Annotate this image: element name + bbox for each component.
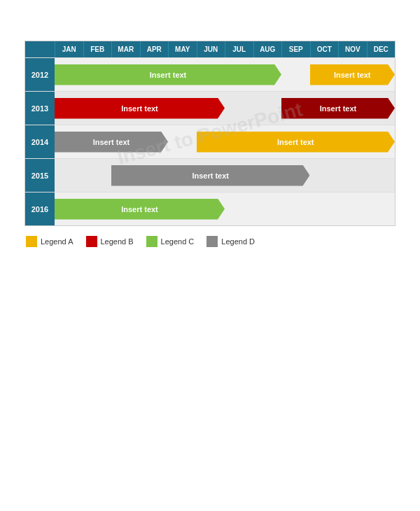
year-label-2014: 2014 — [25, 125, 55, 158]
data-row: 2012Insert textInsert text — [25, 57, 395, 91]
legend-item-legend-b: Legend B — [86, 236, 134, 247]
legend-item-legend-c: Legend C — [146, 236, 195, 247]
year-label-2016: 2016 — [25, 192, 55, 225]
row-content-2012: Insert textInsert text — [55, 58, 395, 91]
chart-wrapper: JANFEBMARAPRMAYJUNJULAUGSEPOCTNOVDEC 201… — [24, 41, 396, 226]
month-header-jul: JUL — [225, 41, 253, 57]
year-label-2013: 2013 — [25, 92, 55, 125]
bar-2014-0: Insert text — [55, 132, 168, 153]
legend-label: Legend B — [101, 237, 134, 246]
data-row: 2016Insert text — [25, 192, 395, 225]
month-header-mar: MAR — [111, 41, 140, 57]
bar-2016-0: Insert text — [55, 199, 225, 220]
row-content-2016: Insert text — [55, 192, 395, 225]
row-content-2014: Insert textInsert text — [55, 125, 395, 158]
month-header-oct: OCT — [310, 41, 339, 57]
year-col-header — [25, 41, 55, 57]
month-headers: JANFEBMARAPRMAYJUNJULAUGSEPOCTNOVDEC — [55, 41, 395, 57]
month-header-nov: NOV — [338, 41, 367, 57]
bar-2013-1: Insert text — [281, 98, 395, 119]
row-content-2015: Insert text — [55, 159, 395, 192]
bar-2015-0: Insert text — [111, 165, 310, 186]
year-label-2012: 2012 — [25, 58, 55, 91]
legend-swatch — [146, 236, 158, 247]
legend-swatch — [206, 236, 218, 247]
header-row: JANFEBMARAPRMAYJUNJULAUGSEPOCTNOVDEC — [25, 41, 395, 57]
month-header-aug: AUG — [253, 41, 282, 57]
legend-label: Legend C — [161, 237, 195, 246]
month-header-feb: FEB — [83, 41, 112, 57]
bar-2012-0: Insert text — [55, 64, 281, 85]
legend-label: Legend A — [41, 237, 74, 246]
legend-label: Legend D — [221, 237, 255, 246]
row-content-2013: Insert textInsert text — [55, 92, 395, 125]
legend-item-legend-d: Legend D — [206, 236, 255, 247]
data-row: 2014Insert textInsert text — [25, 125, 395, 158]
month-header-jun: JUN — [197, 41, 225, 57]
bar-2012-1: Insert text — [310, 64, 396, 85]
page: JANFEBMARAPRMAYJUNJULAUGSEPOCTNOVDEC 201… — [0, 0, 420, 511]
month-header-apr: APR — [140, 41, 169, 57]
month-header-sep: SEP — [281, 41, 310, 57]
legend-swatch — [26, 236, 37, 247]
chart-container: JANFEBMARAPRMAYJUNJULAUGSEPOCTNOVDEC 201… — [24, 41, 396, 226]
month-header-may: MAY — [168, 41, 197, 57]
bar-2014-1: Insert text — [197, 132, 396, 153]
data-row: 2013Insert textInsert text — [25, 91, 395, 125]
data-row: 2015Insert text — [25, 158, 395, 192]
month-header-jan: JAN — [55, 41, 83, 57]
year-label-2015: 2015 — [25, 159, 55, 192]
legend-section: Legend ALegend BLegend CLegend D — [24, 236, 396, 247]
month-header-dec: DEC — [367, 41, 396, 57]
data-rows: 2012Insert textInsert text2013Insert tex… — [25, 57, 395, 225]
legend-swatch — [86, 236, 97, 247]
bar-2013-0: Insert text — [55, 98, 225, 119]
legend-item-legend-a: Legend A — [26, 236, 74, 247]
